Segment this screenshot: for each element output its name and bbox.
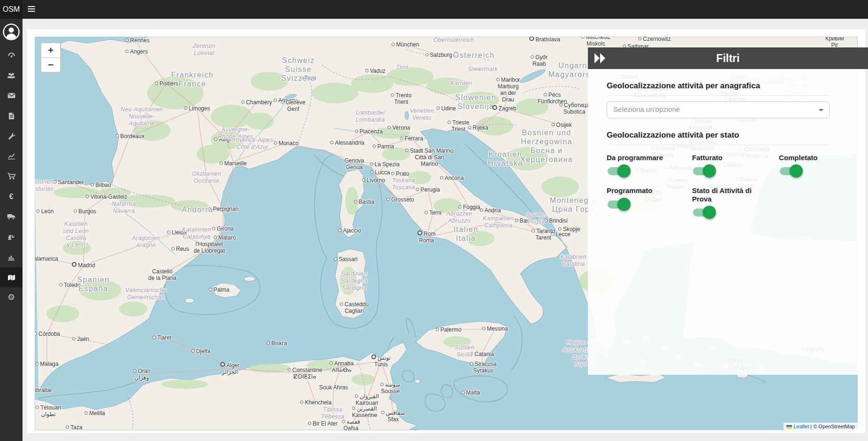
collapse-panel-button[interactable] <box>594 52 607 64</box>
map-label-city: Annaba ⵄⵏⵏⴰⴱⴰ <box>329 360 353 373</box>
city-marker-dot <box>72 262 76 267</box>
sidebar-item-euro[interactable]: € <box>0 186 23 207</box>
hamburger-menu-icon[interactable] <box>28 6 35 13</box>
sidebar-item-map[interactable] <box>0 267 23 287</box>
toggle-label: Da programmare <box>607 154 677 162</box>
map-label-region: Kampanien Campania <box>483 215 514 229</box>
sidebar-item-cart[interactable] <box>0 166 23 186</box>
city-marker-dot <box>436 328 439 331</box>
sidebar-item-chart-bar[interactable] <box>0 247 23 267</box>
map-label-city: Skopje <box>558 226 580 232</box>
map-label-region: Steiermark <box>468 66 497 73</box>
user-circle-icon <box>3 23 20 40</box>
map-label-region: Apulien Puglia <box>526 211 547 225</box>
gauge-icon <box>8 52 15 59</box>
city-marker-dot <box>72 337 76 340</box>
city-marker-dot <box>529 37 534 41</box>
toggle-switch-programmato[interactable] <box>608 201 627 209</box>
city-marker-dot <box>220 362 225 367</box>
map-zoom-control: + − <box>40 42 61 73</box>
leaflet-link[interactable]: Leaflet <box>793 424 809 429</box>
city-marker-dot <box>125 50 129 53</box>
toggle-switch-completato[interactable] <box>780 167 799 175</box>
user-avatar[interactable] <box>0 19 23 45</box>
zoom-in-button[interactable]: + <box>41 43 60 58</box>
sidebar-item-file[interactable] <box>0 106 23 126</box>
section-heading-anagrafica: Geolocalizzazione attività per anagrafic… <box>607 81 830 96</box>
toggle-switch-stato-di-attivit-di-prova[interactable] <box>693 209 713 217</box>
map-label-region: Katalonien Catalunya <box>182 226 211 240</box>
map-label-region: Okzitanien Occitanie <box>192 170 221 185</box>
map-label-region: Kärnten <box>450 80 472 87</box>
city-marker-dot <box>300 401 304 404</box>
sidebar-item-envelope[interactable] <box>0 85 23 106</box>
map-label-city: Salamanca <box>35 255 58 262</box>
city-marker-dot <box>241 101 244 104</box>
city-marker-dot <box>184 107 187 110</box>
map-label-city: Limoges <box>184 105 210 112</box>
sidebar-item-gear[interactable]: ⚙ <box>0 287 23 308</box>
toggle-knob <box>790 164 803 178</box>
map-label-region: Lombardei Lombardia <box>356 109 385 124</box>
city-marker-dot <box>84 411 88 415</box>
euro-icon: € <box>9 193 14 201</box>
toggle-switch-fatturato[interactable] <box>693 167 713 175</box>
city-marker-dot <box>373 145 376 148</box>
sidebar-item-machinery[interactable] <box>0 227 23 247</box>
map-label-city: Biskra <box>266 340 287 347</box>
map-label-city: Grosseto <box>387 196 414 203</box>
map-label-country: Italien Italia <box>453 225 478 243</box>
city-marker-dot <box>212 227 215 230</box>
city-marker-dot <box>37 209 40 213</box>
envelope-icon <box>8 93 15 99</box>
map-icon <box>8 274 15 281</box>
users-icon <box>7 72 15 79</box>
city-marker-dot <box>36 406 39 409</box>
toggle-label: Fatturato <box>692 154 762 162</box>
city-marker-dot <box>461 391 464 394</box>
status-toggle-grid: Da programmareFatturatoCompletatoProgram… <box>607 154 830 217</box>
anagrafica-select[interactable]: Seleziona un'opzione <box>607 101 830 118</box>
city-marker-dot <box>53 180 56 184</box>
sidebar-item-truck[interactable] <box>0 207 23 227</box>
city-marker-dot <box>213 236 217 239</box>
map-label-city: Udine <box>436 105 456 112</box>
toggle-knob <box>703 164 716 178</box>
toggle-switch-da-programmare[interactable] <box>608 167 627 175</box>
osm-copyright: © OpenStreetMap <box>813 424 855 429</box>
city-marker-dot <box>418 231 422 235</box>
toggle-label: Stato di Attività di Prova <box>692 186 762 203</box>
city-marker-dot <box>209 288 212 291</box>
map-label-country: Slowenien Slovenija <box>455 93 496 111</box>
dropdown-arrow-icon <box>819 109 823 111</box>
toggle-cell: Da programmare <box>607 154 692 175</box>
city-marker-dot <box>558 227 562 231</box>
city-marker-dot <box>388 126 391 129</box>
city-marker-dot <box>171 247 175 250</box>
city-marker-dot <box>416 188 419 191</box>
section-heading-stato: Geolocalizzazione attività per stato <box>607 131 830 145</box>
toggle-label: Programmato <box>607 186 677 194</box>
map-label-region: Nafarroa Navarra <box>112 201 136 215</box>
zoom-out-button[interactable]: − <box>41 58 60 72</box>
filter-panel-header: Filtri <box>588 47 868 69</box>
sidebar-item-chart-line[interactable] <box>0 146 23 166</box>
city-marker-dot <box>152 336 156 339</box>
map-label-city: Madrid <box>72 262 95 269</box>
city-marker-dot <box>551 232 554 236</box>
top-bar: OSM <box>0 0 868 19</box>
sidebar: €⚙ <box>0 19 23 441</box>
map-label-city: León <box>37 208 54 215</box>
sidebar-item-users[interactable] <box>0 65 23 85</box>
map-label-region: Kastilien und León Castilla y León <box>63 221 89 248</box>
map-label-city: Alger الجزائر <box>220 362 239 375</box>
map-label-city: Messina <box>482 325 508 332</box>
map-label-city: Taza <box>66 424 82 430</box>
city-marker-dot <box>381 383 384 386</box>
map-label-region: Toskana Toscana <box>392 177 415 191</box>
sidebar-item-gauge[interactable] <box>0 45 23 65</box>
sidebar-item-wrench[interactable] <box>0 126 23 146</box>
map-label-city: القصرين Kasserine <box>352 405 377 418</box>
city-marker-dot <box>352 407 356 410</box>
map-label-city: Lucca <box>370 169 390 176</box>
